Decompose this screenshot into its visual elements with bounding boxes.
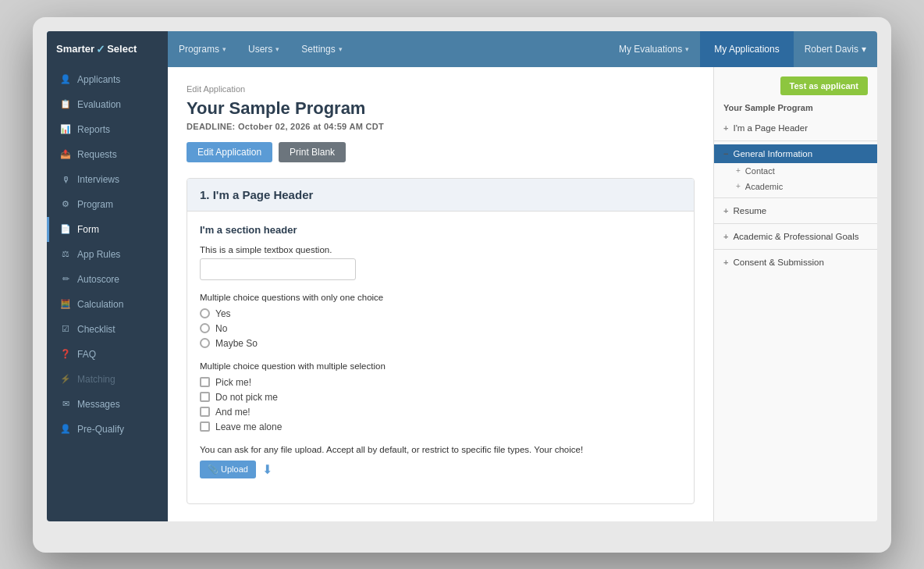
logo-area: Smarter ✓ Select <box>47 31 168 67</box>
chevron-down-icon: ▾ <box>222 45 226 53</box>
upload-button[interactable]: 📎 Upload <box>200 461 256 478</box>
right-panel-scroll: + I'm a Page Header − General Informatio… <box>714 119 877 272</box>
user-icon: 👤 <box>60 74 71 84</box>
test-as-applicant-button[interactable]: Test as applicant <box>780 76 868 95</box>
checkbox-group: Pick me! Do not pick me And me! <box>200 377 681 432</box>
sidebar-item-matching: ⚡ Matching <box>47 367 168 392</box>
nav-my-applications[interactable]: My Applications <box>700 31 793 67</box>
radio-circle-icon <box>200 308 210 318</box>
top-navigation: Smarter ✓ Select Programs ▾ Users ▾ Sett… <box>47 31 877 67</box>
content-area: Edit Application Your Sample Program DEA… <box>168 67 877 521</box>
nav-programs[interactable]: Programs ▾ <box>168 31 237 67</box>
page-header: 1. I'm a Page Header <box>187 179 694 212</box>
mail-icon: ✉ <box>60 399 71 409</box>
checkbox-icon <box>200 377 210 387</box>
sidebar-item-form[interactable]: 📄 Form <box>47 217 168 242</box>
breadcrumb: Edit Application <box>187 84 695 94</box>
simple-textbox-input[interactable] <box>200 258 356 280</box>
sidebar-item-applicants[interactable]: 👤 Applicants <box>47 67 168 92</box>
expand-icon: + <box>723 232 728 241</box>
sidebar-item-autoscore[interactable]: ✏ Autoscore <box>47 267 168 292</box>
nav-user-menu[interactable]: Robert Davis ▾ <box>794 31 877 67</box>
right-panel-top: Test as applicant <box>714 76 877 103</box>
user-check-icon: 👤 <box>60 424 71 434</box>
sidebar-item-faq[interactable]: ❓ FAQ <box>47 342 168 367</box>
radio-option-yes[interactable]: Yes <box>200 308 681 319</box>
nav-settings[interactable]: Settings ▾ <box>290 31 353 67</box>
expand-icon: + <box>723 206 728 215</box>
radio-option-no[interactable]: No <box>200 323 681 334</box>
chart-icon: 📊 <box>60 124 71 134</box>
nav-users[interactable]: Users ▾ <box>237 31 290 67</box>
rules-icon: ⚖ <box>60 249 71 259</box>
sidebar-item-reports[interactable]: 📊 Reports <box>47 117 168 142</box>
mc-single-label: Multiple choice questions with only one … <box>200 293 681 302</box>
deadline-text: DEADLINE: October 02, 2026 at 04:59 AM C… <box>187 122 695 131</box>
chevron-down-icon: ▾ <box>862 44 866 55</box>
checkbox-option-and-me[interactable]: And me! <box>200 407 681 418</box>
sidebar-item-app-rules[interactable]: ⚖ App Rules <box>47 242 168 267</box>
laptop-frame: Smarter ✓ Select Programs ▾ Users ▾ Sett… <box>33 17 891 553</box>
divider <box>714 140 877 141</box>
radio-circle-icon <box>200 338 210 348</box>
sidebar-item-evaluation[interactable]: 📋 Evaluation <box>47 92 168 117</box>
mc-multi-label: Multiple choice question with multiple s… <box>200 361 681 371</box>
radio-circle-icon <box>200 323 210 333</box>
checkbox-option-do-not-pick[interactable]: Do not pick me <box>200 392 681 403</box>
nav-items: Programs ▾ Users ▾ Settings ▾ <box>168 31 608 67</box>
print-blank-button[interactable]: Print Blank <box>279 142 346 162</box>
sidebar-item-calculation[interactable]: 🧮 Calculation <box>47 292 168 317</box>
chevron-down-icon: ▾ <box>339 45 343 53</box>
sub-plus-icon: + <box>736 166 741 175</box>
section-body: I'm a section header This is a simple te… <box>187 212 694 503</box>
textbox-label: This is a simple textbox question. <box>200 245 681 254</box>
file-upload-group: You can ask for any file upload. Accept … <box>200 445 681 478</box>
sidebar-item-messages[interactable]: ✉ Messages <box>47 392 168 417</box>
file-upload-controls: 📎 Upload ⬇ <box>200 461 681 478</box>
logo-smarter: Smarter <box>56 43 94 55</box>
sidebar-item-prequalify[interactable]: 👤 Pre-Qualify <box>47 417 168 442</box>
action-buttons: Edit Application Print Blank <box>187 142 695 162</box>
sidebar-item-checklist[interactable]: ☑ Checklist <box>47 317 168 342</box>
divider <box>714 249 877 250</box>
download-icon[interactable]: ⬇ <box>262 462 272 477</box>
question-icon: ❓ <box>60 349 71 359</box>
sidebar-item-program[interactable]: ⚙ Program <box>47 192 168 217</box>
divider <box>714 223 877 224</box>
sidebar-item-interviews[interactable]: 🎙 Interviews <box>47 167 168 192</box>
radio-group: Yes No Maybe So <box>200 308 681 349</box>
right-nav-page-header[interactable]: + I'm a Page Header <box>714 119 877 137</box>
mc-multi-field-group: Multiple choice question with multiple s… <box>200 361 681 432</box>
sub-plus-icon: + <box>736 182 741 190</box>
edit-application-button[interactable]: Edit Application <box>187 142 272 162</box>
mc-single-field-group: Multiple choice questions with only one … <box>200 293 681 349</box>
pencil-icon: ✏ <box>60 274 71 284</box>
right-nav-consent[interactable]: + Consent & Submission <box>714 253 877 272</box>
right-nav-academic-goals[interactable]: + Academic & Professional Goals <box>714 227 877 246</box>
sidebar: 👤 Applicants 📋 Evaluation 📊 Reports 📤 Re… <box>47 67 168 521</box>
calc-icon: 🧮 <box>60 299 71 309</box>
right-nav-resume[interactable]: + Resume <box>714 201 877 220</box>
checkbox-option-leave-me[interactable]: Leave me alone <box>200 421 681 432</box>
mic-icon: 🎙 <box>60 175 71 184</box>
expand-icon: + <box>723 123 728 133</box>
matching-icon: ⚡ <box>60 374 71 384</box>
chevron-down-icon: ▾ <box>275 45 279 53</box>
right-nav-sub-contact[interactable]: + Contact <box>714 163 877 179</box>
section-header: I'm a section header <box>200 224 681 236</box>
collapse-icon: − <box>723 149 728 158</box>
right-nav-general-info[interactable]: − General Information <box>714 144 877 163</box>
checkbox-icon <box>200 421 210 432</box>
radio-option-maybe[interactable]: Maybe So <box>200 338 681 349</box>
upload-icon: 📤 <box>60 149 71 159</box>
sidebar-item-requests[interactable]: 📤 Requests <box>47 142 168 167</box>
nav-my-evaluations[interactable]: My Evaluations ▾ <box>608 31 700 67</box>
expand-icon: + <box>723 258 728 267</box>
clipboard-icon: 📋 <box>60 99 71 109</box>
chevron-down-icon: ▾ <box>685 45 689 53</box>
form-section: 1. I'm a Page Header I'm a section heade… <box>187 178 695 504</box>
checkbox-option-pick-me[interactable]: Pick me! <box>200 377 681 388</box>
right-nav-sub-academic[interactable]: + Academic <box>714 179 877 194</box>
divider <box>714 197 877 198</box>
logo: Smarter ✓ Select <box>56 43 137 55</box>
